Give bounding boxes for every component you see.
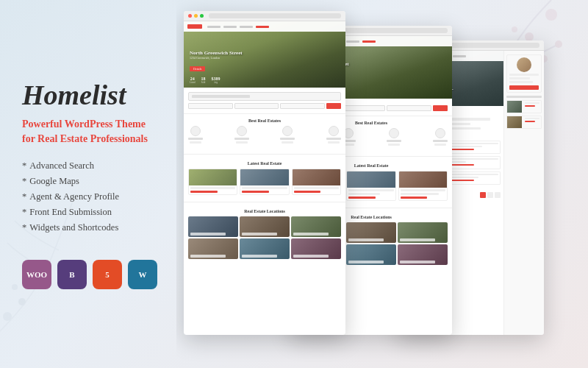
feature-sublabel xyxy=(190,141,201,144)
sidebar-listing-2 xyxy=(506,116,542,129)
stat-3: $389 Avg xyxy=(212,77,220,84)
card-line xyxy=(242,187,287,189)
pagination xyxy=(480,192,501,198)
card-info-line xyxy=(401,193,439,195)
page-inactive xyxy=(495,192,501,198)
card-body xyxy=(347,188,395,200)
loc-6 xyxy=(291,238,341,259)
card-body xyxy=(399,188,447,200)
mockup-hero-main: North Greenwich Street 1234 Greenwich, L… xyxy=(184,21,345,88)
card-body xyxy=(293,185,340,194)
mockup-nav-main xyxy=(184,21,345,32)
svg-point-11 xyxy=(12,284,18,290)
card-price xyxy=(242,191,269,193)
latest-card-2 xyxy=(240,169,289,195)
card-body xyxy=(240,185,288,194)
feature-sublabel xyxy=(282,141,293,144)
card-image xyxy=(399,171,447,188)
location-2 xyxy=(346,222,396,243)
loc-label xyxy=(293,255,329,258)
hero-text-main: North Greenwich Street 1234 Greenwich, L… xyxy=(190,50,243,73)
feature-icon xyxy=(190,126,201,136)
feature-label xyxy=(280,138,295,140)
latest-card-3 xyxy=(292,169,341,195)
brand-title: Homelist xyxy=(22,79,191,111)
feature-icon xyxy=(237,126,247,136)
latest-title: Latest Real Estate xyxy=(188,161,341,166)
sidebar-listings xyxy=(506,100,542,129)
card-info-line xyxy=(348,193,380,195)
location-label xyxy=(400,261,435,263)
best-estates-section-main: Best Real Estates xyxy=(184,114,345,152)
page-inactive xyxy=(487,192,493,198)
listing-line xyxy=(525,102,539,104)
features-list: Advanced Search Google Maps Agent & Agen… xyxy=(22,160,191,238)
nav-links xyxy=(207,26,269,28)
nav-link xyxy=(223,26,237,28)
card-img xyxy=(189,169,237,185)
loc-4 xyxy=(188,238,238,259)
nav-link xyxy=(240,26,253,28)
listing-img xyxy=(507,116,522,128)
agent-btn xyxy=(509,85,539,90)
card-title-line xyxy=(401,189,445,191)
card-line xyxy=(294,187,339,189)
location-label xyxy=(348,261,384,263)
mockup-main: North Greenwich Street 1234 Greenwich, L… xyxy=(184,11,345,335)
loc-label xyxy=(293,233,329,236)
search-button[interactable] xyxy=(326,103,341,109)
feature-icon xyxy=(435,128,445,138)
search-field-3 xyxy=(280,103,325,109)
agent-contact xyxy=(509,81,533,83)
icon-item xyxy=(433,128,448,146)
icon-item xyxy=(280,126,295,144)
features-icons-main xyxy=(188,126,341,144)
left-panel: Homelist Powerful WordPress Theme for Re… xyxy=(22,0,191,368)
location-label xyxy=(400,238,435,241)
badge-html5: 5 xyxy=(93,260,122,289)
loc-label xyxy=(190,255,226,258)
feature-item: Advanced Search xyxy=(22,160,191,171)
sidebar-section xyxy=(506,96,542,129)
listing-info xyxy=(523,101,541,113)
feature-item: Google Maps xyxy=(22,176,191,187)
svg-point-9 xyxy=(3,312,12,321)
mockup-search-main xyxy=(184,88,345,114)
location-3 xyxy=(398,222,448,243)
card-body xyxy=(189,185,237,194)
icon-item xyxy=(387,128,401,146)
badge-bootstrap: B xyxy=(57,260,87,289)
icon-item xyxy=(326,126,341,144)
mockup-bar-main xyxy=(184,11,345,21)
card-price xyxy=(401,197,428,199)
feature-label xyxy=(433,140,448,142)
loc-label xyxy=(190,233,226,236)
card-img xyxy=(240,169,288,185)
search-button[interactable] xyxy=(433,105,448,111)
mockup-right-sidebar xyxy=(503,51,544,335)
agent-title xyxy=(509,77,530,79)
feature-item: Widgets and Shortcodes xyxy=(22,222,191,233)
feature-label xyxy=(387,140,401,142)
search-field-2 xyxy=(234,103,279,109)
card-price xyxy=(190,191,218,193)
card-img xyxy=(293,169,340,185)
section-title-main: Best Real Estates xyxy=(188,118,341,123)
dot-green xyxy=(200,14,204,18)
location-6 xyxy=(398,244,448,265)
listing-price xyxy=(525,105,535,107)
feature-sublabel xyxy=(236,141,248,144)
loc-5 xyxy=(240,238,290,259)
agent-name xyxy=(509,74,539,76)
loc-2 xyxy=(240,216,290,237)
search-field xyxy=(341,105,386,111)
feature-item: Agent & Agency Profile xyxy=(22,191,191,202)
nav-link-active xyxy=(256,26,269,28)
feature-icon xyxy=(329,126,339,136)
card-price xyxy=(348,197,376,199)
listing-img xyxy=(507,101,522,113)
search-bar xyxy=(188,92,341,101)
tech-badges: WOO B 5 W xyxy=(22,260,191,289)
feature-sublabel xyxy=(388,144,400,146)
feature-sublabel xyxy=(328,141,340,144)
